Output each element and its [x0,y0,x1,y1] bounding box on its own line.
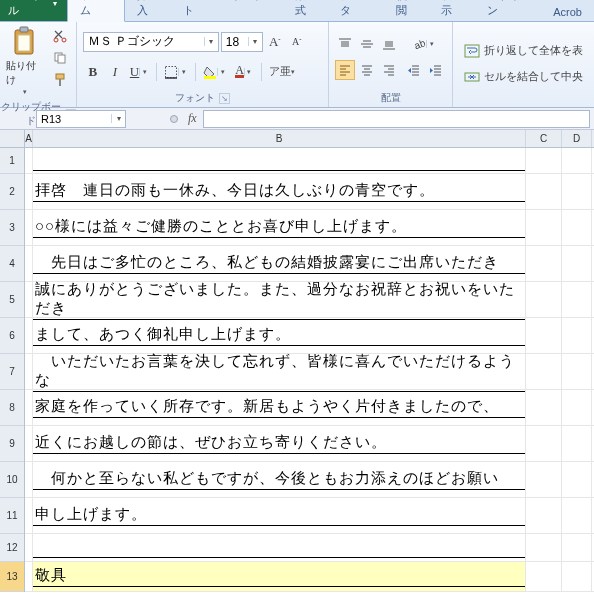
cell[interactable] [526,210,562,245]
cell[interactable] [526,426,562,461]
cell[interactable]: 何かと至らない私どもですが、今後ともお力添えのほどお願い [33,462,526,497]
cell[interactable] [33,148,526,173]
cell[interactable] [562,562,592,591]
tab-pagelayout[interactable]: ページ レイアウト [171,0,283,21]
tab-data[interactable]: データ [328,0,384,21]
phonetic-button[interactable]: ア亜▾ [266,62,298,82]
chevron-down-icon[interactable]: ▾ [248,37,262,46]
cell[interactable] [33,534,526,561]
cell[interactable] [562,174,592,209]
cell[interactable] [526,562,562,591]
cell[interactable] [526,282,562,317]
row-header[interactable]: 2 [0,174,24,210]
cell[interactable]: いただいたお言葉を決して忘れず、皆様に喜んでいただけるような [33,354,526,389]
file-tab[interactable]: ファイル ▾ [0,0,67,21]
row-header[interactable]: 8 [0,390,24,426]
tab-view[interactable]: 表示 [429,0,474,21]
cell[interactable] [25,318,33,353]
cell[interactable]: 申し上げます。 [33,498,526,533]
align-bottom-button[interactable] [379,34,399,54]
font-size-input[interactable] [222,35,248,49]
cell[interactable]: 家庭を作っていく所存です。新居もようやく片付きましたので、 [33,390,526,425]
format-painter-button[interactable] [50,70,70,90]
cell[interactable]: 拝啓 連日の雨も一休み、今日は久しぶりの青空です。 [33,174,526,209]
cell[interactable] [25,174,33,209]
decrease-indent-button[interactable] [404,60,424,80]
bold-button[interactable]: B [83,62,103,82]
cell[interactable]: 敬具 [33,562,526,591]
cell[interactable] [562,282,592,317]
cell[interactable] [562,210,592,245]
font-size-combo[interactable]: ▾ [221,32,263,52]
cell[interactable] [526,390,562,425]
cell[interactable] [562,534,592,561]
tab-formulas[interactable]: 数式 [283,0,328,21]
name-box[interactable]: ▾ [36,110,126,128]
row-header[interactable]: 13 [0,562,24,592]
orientation-button[interactable]: ab▾ [409,34,439,54]
font-name-combo[interactable]: ▾ [83,32,219,52]
align-top-button[interactable] [335,34,355,54]
shrink-font-button[interactable]: Aˇ [287,32,307,52]
row-header[interactable]: 5 [0,282,24,318]
row-header[interactable]: 9 [0,426,24,462]
chevron-down-icon[interactable]: ▾ [111,114,125,123]
cell[interactable] [526,534,562,561]
cell[interactable]: まして、あつく御礼申し上げます。 [33,318,526,353]
cell[interactable] [25,534,33,561]
chevron-down-icon[interactable]: ▾ [426,40,436,48]
merge-center-button[interactable]: セルを結合して中央 [459,66,588,88]
row-header[interactable]: 3 [0,210,24,246]
cell[interactable] [526,498,562,533]
col-header-d[interactable]: D [562,130,592,147]
paste-button[interactable]: 貼り付け ▾ [6,26,44,96]
cell[interactable] [562,354,592,389]
dropdown-handle[interactable] [166,111,182,127]
col-header-b[interactable]: B [33,130,526,147]
underline-button[interactable]: U▾ [127,62,152,82]
row-header[interactable]: 1 [0,148,24,174]
tab-review[interactable]: 校閲 [384,0,429,21]
tab-home[interactable]: ホーム [67,0,125,22]
cell[interactable] [526,246,562,281]
formula-bar[interactable] [203,110,590,128]
align-middle-button[interactable] [357,34,377,54]
fill-color-button[interactable]: ▾ [200,62,230,82]
tab-addins[interactable]: アドイン [475,0,542,21]
cut-button[interactable] [50,26,70,46]
italic-button[interactable]: I [105,62,125,82]
align-left-button[interactable] [335,60,355,80]
cell[interactable] [562,498,592,533]
chevron-down-icon[interactable]: ▾ [139,68,149,76]
chevron-down-icon[interactable]: ▾ [244,68,254,76]
cell[interactable] [25,562,33,591]
increase-indent-button[interactable] [426,60,446,80]
row-header[interactable]: 7 [0,354,24,390]
col-header-a[interactable]: A [25,130,33,147]
font-name-input[interactable] [84,35,204,49]
name-box-input[interactable] [37,113,111,125]
row-header[interactable]: 6 [0,318,24,354]
select-all-corner[interactable] [0,130,24,148]
cell[interactable] [25,426,33,461]
cell[interactable] [25,390,33,425]
cell[interactable] [526,462,562,497]
cell[interactable] [25,498,33,533]
cell[interactable] [562,462,592,497]
cell[interactable] [526,318,562,353]
cell[interactable] [25,354,33,389]
cell[interactable] [526,354,562,389]
wrap-text-button[interactable]: 折り返して全体を表 [459,40,588,62]
row-header[interactable]: 11 [0,498,24,534]
borders-button[interactable]: ▾ [161,62,191,82]
cell[interactable]: 先日はご多忙のところ、私どもの結婚披露宴にご出席いただき [33,246,526,281]
fx-icon[interactable]: fx [188,111,197,126]
cell[interactable] [562,390,592,425]
row-header[interactable]: 4 [0,246,24,282]
cell[interactable]: 近くにお越しの節は、ぜひお立ち寄りください。 [33,426,526,461]
cell[interactable] [562,148,592,173]
cell[interactable] [562,426,592,461]
cell[interactable] [25,462,33,497]
tab-insert[interactable]: 挿入 [125,0,170,21]
chevron-down-icon[interactable]: ▾ [204,37,218,46]
